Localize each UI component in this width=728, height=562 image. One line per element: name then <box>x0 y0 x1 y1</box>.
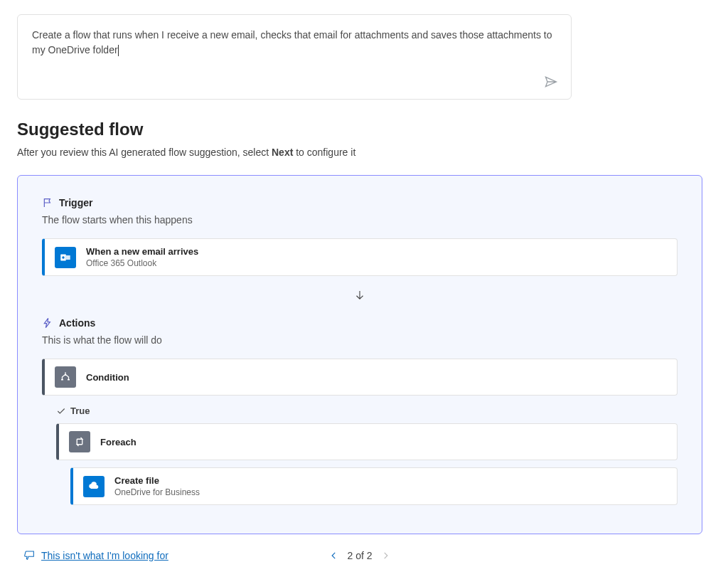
actions-label: Actions <box>59 317 95 329</box>
check-icon <box>56 406 66 416</box>
foreach-step-card[interactable]: Foreach <box>56 423 678 460</box>
create-file-step-card[interactable]: Create file OneDrive for Business <box>70 467 678 505</box>
subheading-bold: Next <box>272 147 293 158</box>
chevron-right-icon <box>381 551 391 561</box>
arrow-down-icon <box>42 289 678 302</box>
trigger-step-subtitle: Office 365 Outlook <box>86 258 198 268</box>
lightning-icon <box>42 317 53 329</box>
send-button[interactable] <box>542 73 560 90</box>
pager-prev-button[interactable] <box>327 549 340 562</box>
condition-step-card[interactable]: Condition <box>42 359 678 396</box>
svg-rect-1 <box>66 255 70 260</box>
flag-icon <box>42 197 53 208</box>
pager-text: 2 of 2 <box>347 550 372 561</box>
actions-section-header: Actions <box>42 317 678 329</box>
pager-next-button[interactable] <box>380 549 392 562</box>
outlook-icon <box>55 247 76 268</box>
subheading-text-before: After you review this AI generated flow … <box>17 147 272 158</box>
trigger-label: Trigger <box>59 197 92 208</box>
pager: 2 of 2 <box>327 549 392 562</box>
create-file-subtitle: OneDrive for Business <box>114 487 200 497</box>
svg-point-2 <box>62 256 64 258</box>
true-branch-label: True <box>56 405 678 416</box>
send-icon <box>544 75 558 89</box>
chevron-left-icon <box>328 551 338 561</box>
trigger-step-title: When a new email arrives <box>86 246 198 257</box>
prompt-input-box[interactable]: Create a flow that runs when I receive a… <box>17 14 572 100</box>
suggested-flow-subheading: After you review this AI generated flow … <box>17 147 711 158</box>
suggestion-card: Trigger The flow starts when this happen… <box>17 175 702 534</box>
suggested-flow-heading: Suggested flow <box>17 120 711 139</box>
trigger-section-header: Trigger <box>42 197 678 208</box>
text-cursor <box>118 45 119 56</box>
prompt-text: Create a flow that runs when I receive a… <box>32 29 552 55</box>
feedback-text: This isn't what I'm looking for <box>41 550 168 561</box>
foreach-title: Foreach <box>100 437 136 447</box>
trigger-step-card[interactable]: When a new email arrives Office 365 Outl… <box>42 238 678 276</box>
loop-icon <box>69 431 90 452</box>
actions-desc: This is what the flow will do <box>42 334 678 346</box>
thumbs-down-icon <box>24 550 36 561</box>
condition-title: Condition <box>86 372 129 383</box>
subheading-text-after: to configure it <box>293 147 355 158</box>
trigger-desc: The flow starts when this happens <box>42 214 678 226</box>
create-file-title: Create file <box>114 475 200 486</box>
condition-icon <box>55 366 76 388</box>
feedback-link[interactable]: This isn't what I'm looking for <box>17 550 168 561</box>
onedrive-icon <box>83 476 105 497</box>
footer-row: This isn't what I'm looking for 2 of 2 <box>17 550 702 561</box>
